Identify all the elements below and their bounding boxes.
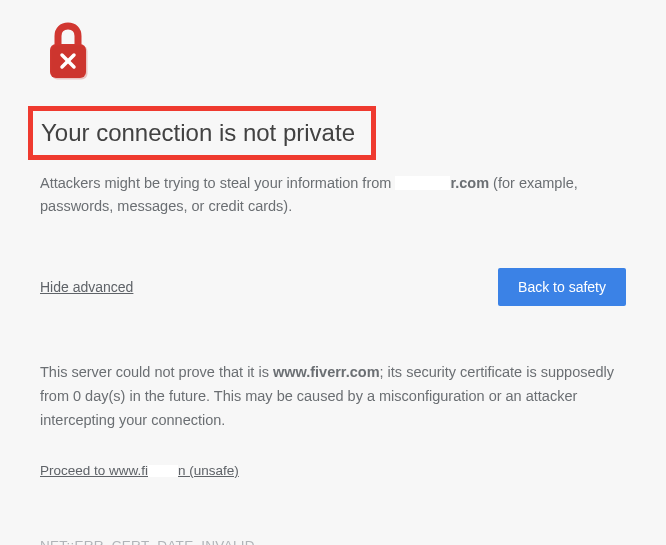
subtext-domain-suffix: r.com [450, 175, 489, 191]
error-code: NET::ERR_CERT_DATE_INVALID [40, 538, 626, 545]
heading-highlight-box: Your connection is not private [28, 106, 376, 160]
detail-domain: www.fiverr.com [273, 364, 380, 380]
hide-advanced-link[interactable]: Hide advanced [40, 279, 133, 295]
redacted-domain [395, 176, 450, 190]
detail-prefix: This server could not prove that it is [40, 364, 273, 380]
page-title: Your connection is not private [41, 119, 355, 147]
certificate-detail-text: This server could not prove that it is w… [40, 361, 626, 433]
subtext-prefix: Attackers might be trying to steal your … [40, 175, 395, 191]
warning-subtext: Attackers might be trying to steal your … [40, 172, 626, 218]
redacted-proceed-domain [148, 465, 178, 477]
proceed-unsafe-link[interactable]: Proceed to www.fin (unsafe) [40, 463, 239, 478]
proceed-suffix: n (unsafe) [178, 463, 239, 478]
back-to-safety-button[interactable]: Back to safety [498, 268, 626, 306]
proceed-prefix: Proceed to www.fi [40, 463, 148, 478]
lock-warning-icon [40, 20, 626, 86]
actions-row: Hide advanced Back to safety [40, 268, 626, 306]
